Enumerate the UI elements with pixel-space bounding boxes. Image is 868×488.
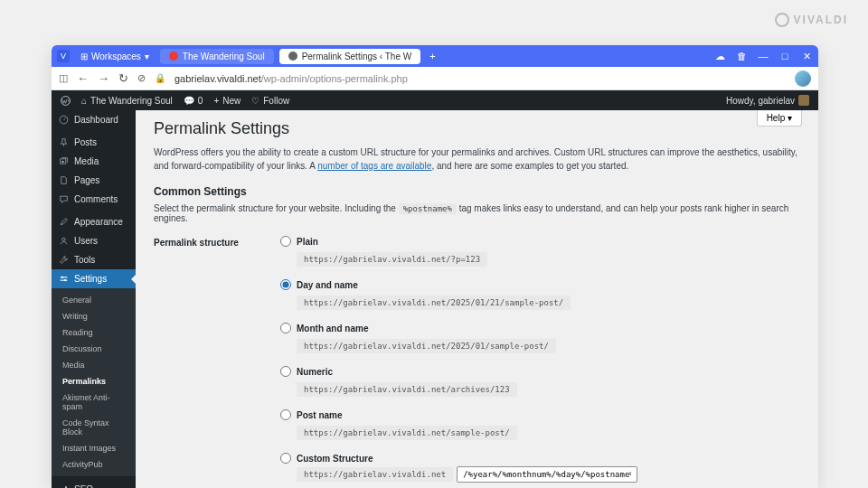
menu-users[interactable]: Users [52,231,136,250]
radio-month-name[interactable] [280,323,291,333]
plus-icon: + [213,96,219,106]
pin-icon [59,137,69,147]
tab-favicon [169,52,178,61]
submenu-reading[interactable]: Reading [52,324,136,341]
svg-point-7 [64,279,66,281]
sync-icon[interactable]: ☁ [713,50,726,62]
submenu-media[interactable]: Media [52,357,136,373]
minimize-button[interactable]: — [757,50,769,62]
url-day-name: https://gabrielav.vivaldi.net/2025/01/21… [297,296,571,310]
label-post-name[interactable]: Post name [297,410,343,420]
forward-button[interactable]: → [98,71,109,85]
submenu-activitypub[interactable]: ActivityPub [52,456,136,473]
seo-icon [59,484,69,488]
url-post-name: https://gabrielav.vivaldi.net/sample-pos… [297,426,517,440]
submenu-akismet[interactable]: Akismet Anti-spam [52,389,136,415]
label-plain[interactable]: Plain [297,237,318,247]
comments-icon [59,194,69,204]
titlebar: V ⊞ Workspaces ▾ The Wandering Soul Perm… [52,45,818,67]
submenu-instant-images[interactable]: Instant Images [52,440,136,456]
radio-day-name[interactable] [280,279,291,290]
menu-posts[interactable]: Posts [52,133,136,152]
tab-wandering-soul[interactable]: The Wandering Soul [160,49,274,64]
settings-icon [59,274,69,284]
menu-settings[interactable]: Settings [52,269,136,288]
permalink-structure-label: Permalink structure [154,236,262,488]
addressbar: ◫ ← → ↻ ⊘ 🔒 gabrielav.vivaldi.net/wp-adm… [52,67,818,90]
wp-logo[interactable] [61,96,71,106]
url-numeric: https://gabrielav.vivaldi.net/archives/1… [297,382,517,397]
new-tab-button[interactable]: + [426,51,439,61]
svg-point-6 [61,277,63,278]
shield-icon[interactable]: ⊘ [137,72,146,84]
label-month-name[interactable]: Month and name [297,324,368,333]
submenu-general[interactable]: General [52,292,136,308]
users-icon [59,236,69,246]
profile-avatar[interactable] [795,70,811,87]
chevron-down-icon: ▾ [145,52,149,61]
media-icon [59,156,69,166]
workspace-icon: ⊞ [80,52,88,61]
new-content-link[interactable]: + New [213,96,241,106]
submenu-discussion[interactable]: Discussion [52,341,136,357]
heart-icon: ♡ [251,96,259,106]
browser-window: V ⊞ Workspaces ▾ The Wandering Soul Perm… [52,45,818,488]
chevron-down-icon: ▾ [788,113,792,123]
tab-favicon [288,52,297,61]
radio-numeric[interactable] [280,366,291,377]
help-tab[interactable]: Help ▾ [757,110,802,127]
url-plain: https://gabrielav.vivaldi.net/?p=123 [297,252,487,267]
lock-icon[interactable]: 🔒 [155,73,165,83]
panel-toggle-icon[interactable]: ◫ [59,72,68,84]
menu-tools[interactable]: Tools [52,250,136,269]
radio-custom[interactable] [280,453,291,464]
vivaldi-menu-icon[interactable]: V [57,50,70,62]
workspaces-button[interactable]: ⊞ Workspaces ▾ [75,52,155,61]
custom-base-url: https://gabrielav.vivaldi.net [297,467,453,482]
maximize-button[interactable]: □ [778,50,791,62]
brush-icon [59,217,69,227]
menu-dashboard[interactable]: Dashboard [52,110,136,129]
section-description: Select the permalink structure for your … [154,203,800,223]
page-description: WordPress offers you the ability to crea… [154,145,800,173]
menu-comments[interactable]: Comments [52,190,136,209]
dashboard-icon [59,115,69,125]
menu-pages[interactable]: Pages [52,171,136,190]
reload-button[interactable]: ↻ [118,71,128,85]
common-settings-heading: Common Settings [154,185,800,198]
menu-media[interactable]: Media [52,152,136,171]
back-button[interactable]: ← [77,71,89,85]
close-button[interactable]: ✕ [800,50,813,62]
tab-permalink-settings[interactable]: Permalink Settings ‹ The W [279,49,421,64]
user-avatar-icon [798,95,809,106]
url-month-name: https://gabrielav.vivaldi.net/2025/01/sa… [297,339,556,353]
comment-icon: 💬 [184,96,194,106]
home-icon: ⌂ [81,96,87,106]
settings-submenu: General Writing Reading Discussion Media… [52,288,136,476]
label-numeric[interactable]: Numeric [297,367,333,377]
menu-appearance[interactable]: Appearance [52,212,136,231]
page-title: Permalink Settings [154,119,800,138]
comments-link[interactable]: 💬 0 [184,96,203,106]
svg-point-2 [61,161,63,163]
howdy-link[interactable]: Howdy, gabrielav [726,95,809,106]
custom-structure-input[interactable] [457,466,637,483]
trash-icon[interactable]: 🗑 [735,50,748,62]
wp-sidebar: Dashboard Posts Media Pages Comments App… [52,110,136,488]
site-name-link[interactable]: ⌂ The Wandering Soul [81,96,173,106]
submenu-writing[interactable]: Writing [52,308,136,324]
radio-plain[interactable] [280,236,291,247]
tags-available-link[interactable]: number of tags are available [317,161,431,171]
menu-seo[interactable]: SEO [52,480,136,488]
submenu-code-syntax[interactable]: Code Syntax Block [52,415,136,440]
follow-link[interactable]: ♡ Follow [251,96,289,106]
pages-icon [59,175,69,185]
url-input[interactable]: gabrielav.vivaldi.net/wp-admin/options-p… [175,73,786,84]
radio-post-name[interactable] [280,409,291,420]
label-custom[interactable]: Custom Structure [297,454,373,464]
wp-content: Help ▾ Permalink Settings WordPress offe… [136,110,818,488]
submenu-permalinks[interactable]: Permalinks [52,373,136,389]
label-day-name[interactable]: Day and name [297,280,358,290]
svg-point-3 [62,238,65,240]
wp-adminbar: ⌂ The Wandering Soul 💬 0 + New ♡ Follow … [52,90,818,110]
